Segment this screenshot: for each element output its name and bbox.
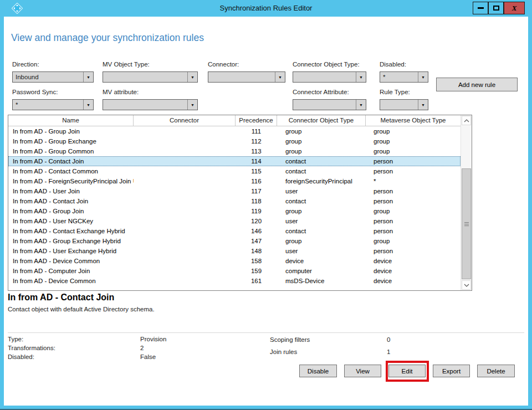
mv-attribute-label: MV attribute: [103,89,139,95]
table-row[interactable]: In from AAD - User Join117userperson [8,186,461,196]
column-header-precedence[interactable]: Precedence [236,115,277,126]
precedence-cell: 147 [236,236,277,246]
connector-object-type-cell: user [277,246,366,256]
connector-object-type-label: Connector Object Type: [293,61,360,68]
column-header-connector[interactable]: Connector [134,115,236,126]
connector-attribute-label: Connector Attribute: [293,89,349,95]
scroll-up-icon[interactable] [462,116,471,125]
disable-button[interactable]: Disable [299,365,337,377]
connector-cell [134,276,236,286]
connector-cell [134,166,236,176]
rule-name-cell: In from AD - Group Exchange [8,136,134,146]
table-row[interactable]: In from AAD - Device Common158devicedevi… [8,256,461,266]
column-header-metaverse-object-type[interactable]: Metaverse Object Type [366,115,461,126]
window-title: Synchronization Rules Editor [0,0,532,17]
transformations-value: 2 [140,345,144,351]
connector-attribute-select[interactable]: ▼ [293,99,366,110]
metaverse-object-type-cell: group [366,236,461,246]
rule-type-label: Rule Type: [380,89,410,95]
join-rules-value: 1 [387,348,390,355]
connector-cell [134,206,236,216]
table-row[interactable]: In from AAD - User NGCKey120userperson [8,216,461,226]
metaverse-object-type-cell: person [366,226,461,236]
table-row[interactable]: In from AAD - Group Exchange Hybrid147gr… [8,236,461,246]
connector-object-type-cell: user [277,186,366,196]
precedence-cell: 112 [236,136,277,146]
scrollbar-thumb[interactable] [462,168,471,279]
minimize-button[interactable] [473,2,488,14]
connector-cell [134,196,236,206]
table-row[interactable]: In from AD - ForeignSecurityPrincipal Jo… [8,176,461,186]
edit-button[interactable]: Edit [388,365,426,377]
metaverse-object-type-cell: group [366,206,461,216]
scoping-filters-label: Scoping filters [270,336,310,343]
password-sync-select[interactable]: * ▼ [12,99,94,110]
scoping-filters-value: 0 [387,336,390,343]
table-row[interactable]: In from AAD - User Exchange Hybrid148use… [8,246,461,256]
disabled-select[interactable]: * ▼ [380,71,428,83]
rule-name-cell: In from AAD - Device Common [8,256,134,266]
connector-object-type-cell: contact [277,156,366,166]
rule-name-cell: In from AD - Contact Common [8,166,134,176]
transformations-label: Transformations: [8,345,55,351]
scroll-down-icon[interactable] [462,280,471,290]
password-sync-label: Password Sync: [12,89,58,95]
table-row[interactable]: In from AAD - Contact Join118contactpers… [8,196,461,206]
view-button[interactable]: View [344,365,381,377]
mv-attribute-select[interactable]: ▼ [103,99,198,110]
table-row[interactable]: In from AD - Contact Common115contactper… [8,166,461,176]
table-row[interactable]: In from AD - Group Common113groupgroup [8,146,461,156]
connector-cell [134,146,236,156]
column-header-name[interactable]: Name [8,115,134,126]
table-row[interactable]: In from AD - Group Join111groupgroup [8,126,461,136]
rule-name-cell: In from AD - Device Common [8,276,134,286]
table-row[interactable]: In from AAD - Group Join119groupgroup [8,206,461,216]
direction-label: Direction: [12,61,39,68]
connector-object-type-cell: contact [277,226,366,236]
details-divider [8,332,524,333]
metaverse-object-type-cell: group [366,146,461,156]
add-new-rule-button[interactable]: Add new rule [436,78,518,91]
table-row[interactable]: In from AD - Contact Join114contactperso… [8,156,461,166]
rule-type-select[interactable]: ▼ [380,99,428,110]
connector-object-type-cell: group [277,126,366,136]
connector-object-type-cell: msDS-Device [277,276,366,286]
selected-rule-description: Contact object with default Active Direc… [8,306,155,312]
scrollbar-grip-icon [464,222,469,226]
close-button[interactable]: X [504,2,525,14]
column-header-connector-object-type[interactable]: Connector Object Type [277,115,366,126]
table-row[interactable]: In from AD - Group Exchange112groupgroup [8,136,461,146]
table-row[interactable]: In from AAD - Contact Exchange Hybrid146… [8,226,461,236]
direction-select[interactable]: Inbound ▼ [12,71,94,83]
connector-cell [134,236,236,246]
connector-cell [134,136,236,146]
table-row[interactable]: In from AD - Computer Join159computerdev… [8,266,461,276]
table-row[interactable]: In from AD - Device Common161msDS-Device… [8,276,461,286]
disabled-label: Disabled: [380,61,406,68]
chevron-down-icon: ▼ [83,72,93,82]
join-rules-label: Join rules [270,348,297,355]
disabled-detail-value: False [140,353,156,360]
delete-button[interactable]: Delete [477,365,515,377]
metaverse-object-type-cell: person [366,246,461,256]
connector-cell [134,256,236,266]
precedence-cell: 159 [236,266,277,276]
chevron-down-icon: ▼ [83,100,93,110]
title-bar: Synchronization Rules Editor X [0,0,532,17]
connector-select[interactable]: ▼ [208,71,285,83]
metaverse-object-type-cell: person [366,196,461,206]
metaverse-object-type-cell: group [366,126,461,136]
export-button[interactable]: Export [433,365,470,377]
rule-name-cell: In from AD - Group Join [8,126,134,136]
selected-rule-title: In from AD - Contact Join [8,293,114,303]
vertical-scrollbar[interactable] [461,115,472,290]
metaverse-object-type-cell: * [366,176,461,186]
mv-object-type-select[interactable]: ▼ [103,71,198,83]
chevron-down-icon: ▼ [275,72,285,82]
maximize-button[interactable] [488,2,504,14]
metaverse-object-type-cell: device [366,266,461,276]
rule-name-cell: In from AAD - User Exchange Hybrid [8,246,134,256]
connector-object-type-cell: computer [277,266,366,276]
rule-name-cell: In from AD - Contact Join [8,156,134,166]
connector-object-type-select[interactable]: ▼ [293,71,366,83]
